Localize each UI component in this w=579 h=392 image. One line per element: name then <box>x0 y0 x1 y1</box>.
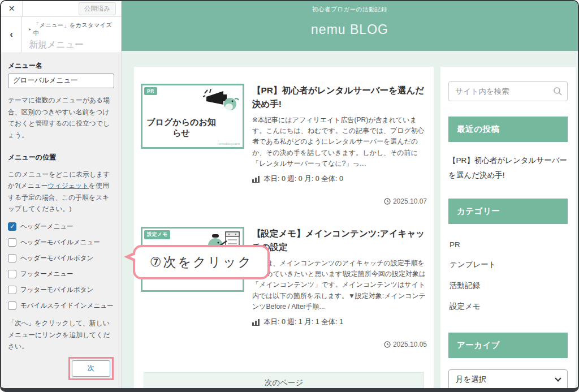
site-header: 初心者ブロガーの活動記録 nemu BLOG <box>122 1 578 51</box>
category-badge: 設定メモ <box>144 230 170 239</box>
chevron-down-icon <box>555 375 561 381</box>
panel-header: ‹ ▸ 「メニュー」をカスタマイズ中 新規メニュー <box>1 17 121 53</box>
menu-name-label: メニュー名 <box>8 61 114 71</box>
next-button-row: 次 <box>8 357 114 380</box>
recent-posts-heading: 最近の投稿 <box>448 117 568 142</box>
menu-name-help: テーマに複数のメニューがある場合、区別のつきやすい名前をつけておくと管理するのに… <box>8 94 114 141</box>
checkbox-icon[interactable] <box>8 270 16 278</box>
megaphone-illustration <box>203 88 240 114</box>
categories-heading: カテゴリー <box>448 199 568 224</box>
checkbox-checked-icon[interactable] <box>8 222 16 231</box>
panel-body: メニュー名 テーマに複数のメニューがある場合、区別のつきやすい名前をつけておくと… <box>1 53 121 388</box>
location-option-footer-mobile-button[interactable]: フッターモバイルボタン <box>8 286 114 294</box>
category-item-pr[interactable]: PR <box>448 235 568 255</box>
location-label: フッターメニュー <box>20 270 74 278</box>
bar-chart-icon <box>252 175 260 183</box>
close-icon: ✕ <box>8 4 15 13</box>
post-date-text: 2025.10.05 <box>393 341 427 348</box>
post-stats-text: 本日: 0 週: 0 月: 0 全体: 0 <box>263 174 343 184</box>
annotation-text: ⑦次をクリック <box>150 253 253 271</box>
next-help-text: 「次へ」をクリックして、新しいメニューにリンクを追加してください。 <box>8 317 114 352</box>
close-button[interactable]: ✕ <box>1 1 23 16</box>
search-icon[interactable] <box>553 87 562 96</box>
archive-select-value: 月を選択 <box>456 374 486 385</box>
location-label: ヘッダーモバイルメニュー <box>20 238 100 247</box>
customizer-sidebar: ✕ 公開済み ‹ ▸ 「メニュー」をカスタマイズ中 新規メニュー メニュー名 テ… <box>1 1 122 388</box>
archive-heading: アーカイブ <box>448 333 568 358</box>
menu-name-input[interactable] <box>8 74 114 88</box>
customizer-topbar: ✕ 公開済み <box>1 1 121 17</box>
clock-icon <box>384 198 391 205</box>
search-box <box>448 81 568 101</box>
location-option-header-mobile-button[interactable]: ヘッダーモバイルボタン <box>8 254 114 262</box>
thumbnail-watermark: nemublog.com <box>218 142 240 145</box>
post-stats: 本日: 0 週: 0 月: 0 全体: 0 <box>252 174 427 184</box>
post-stats-text: 本日: 0 週: 1 月: 1 全体: 1 <box>263 317 343 327</box>
checkbox-icon[interactable] <box>8 238 16 247</box>
published-button[interactable]: 公開済み <box>79 2 116 15</box>
bar-chart-icon <box>252 318 260 326</box>
location-label: ヘッダーメニュー <box>20 222 74 231</box>
breadcrumb: ▸ 「メニュー」をカスタマイズ中 <box>29 21 115 37</box>
post-title[interactable]: 【PR】初心者がレンタルサーバーを選んだ決め手! <box>252 84 427 111</box>
location-option-header-menu[interactable]: ヘッダーメニュー <box>8 222 114 231</box>
annotation-callout: ⑦次をクリック <box>133 245 270 279</box>
post-title[interactable]: 【設定メモ】メインコンテンツ:アイキャッチの設定 <box>252 227 427 254</box>
checkbox-icon[interactable] <box>8 286 16 294</box>
site-tagline: 初心者ブロガーの活動記録 <box>122 1 578 14</box>
menu-location-help: このメニューをどこに表示しますか?(メニューウィジェットを使用する予定の場合、こ… <box>8 169 114 216</box>
screenshot-window: ✕ 公開済み ‹ ▸ 「メニュー」をカスタマイズ中 新規メニュー メニュー名 テ… <box>0 0 579 392</box>
location-option-header-mobile-menu[interactable]: ヘッダーモバイルメニュー <box>8 238 114 247</box>
category-item-template[interactable]: テンプレート <box>448 255 568 275</box>
site-preview: 初心者ブロガーの活動記録 nemu BLOG PR <box>122 1 578 388</box>
post-stats: 本日: 0 週: 1 月: 1 全体: 1 <box>252 317 427 327</box>
annotation-highlight-box: 次 <box>68 357 114 380</box>
menu-location-label: メニューの位置 <box>8 153 114 162</box>
widget-link[interactable]: ウィジェット <box>48 182 89 189</box>
page-body: PR ブログからのお知らせ n <box>122 51 578 392</box>
post-card-1[interactable]: PR ブログからのお知らせ n <box>141 84 427 205</box>
menu-location-list: ヘッダーメニュー ヘッダーモバイルメニュー ヘッダーモバイルボタン フッターメニ… <box>8 222 114 310</box>
category-item-activity[interactable]: 活動記録 <box>448 275 568 296</box>
breadcrumb-text: 「メニュー」をカスタマイズ中 <box>33 21 115 37</box>
blog-sidebar: 最近の投稿 【PR】初心者がレンタルサーバーを選んだ決め手! カテゴリー PR … <box>440 67 576 392</box>
archive-month-select[interactable]: 月を選択 <box>448 369 568 390</box>
panel-title: 新規メニュー <box>29 39 115 51</box>
location-label: フッターモバイルボタン <box>20 286 93 294</box>
site-title[interactable]: nemu BLOG <box>122 22 578 37</box>
location-option-footer-menu[interactable]: フッターメニュー <box>8 270 114 278</box>
thumbnail-title: ブログからのお知らせ <box>142 117 220 139</box>
category-item-settings-memo[interactable]: 設定メモ <box>448 296 568 317</box>
search-input[interactable] <box>448 81 568 101</box>
back-button[interactable]: ‹ <box>1 17 22 53</box>
location-label: ヘッダーモバイルボタン <box>20 254 93 262</box>
post-date: 2025.10.05 <box>252 341 427 348</box>
breadcrumb-marker-icon: ▸ <box>29 27 31 32</box>
post-date-text: 2025.10.07 <box>393 197 427 205</box>
next-button[interactable]: 次 <box>72 360 111 377</box>
location-option-mobile-slidein-menu[interactable]: モバイルスライドインメニュー <box>8 301 114 310</box>
post-list: PR ブログからのお知らせ n <box>134 67 434 392</box>
category-badge: PR <box>144 87 157 95</box>
category-list: PR テンプレート 活動記録 設定メモ <box>448 235 568 317</box>
checkbox-icon[interactable] <box>8 254 16 262</box>
post-thumbnail[interactable]: PR ブログからのお知らせ n <box>141 84 244 149</box>
recent-post-link[interactable]: 【PR】初心者がレンタルサーバーを選んだ決め手! <box>448 153 568 183</box>
clock-icon <box>384 341 391 348</box>
checkbox-icon[interactable] <box>8 301 16 310</box>
back-chevron-icon: ‹ <box>10 29 13 40</box>
location-label: モバイルスライドインメニュー <box>20 301 114 310</box>
post-date: 2025.10.07 <box>252 197 427 205</box>
post-excerpt: ※本記事にはアフィリエイト広告(PR)が含まれています。こんにちは、ねむです。こ… <box>252 115 427 169</box>
next-page-button[interactable]: 次のページ <box>144 372 424 392</box>
post-excerpt: 今回は、メインコンテンツのアイキャッチの設定手順をまとめていきたいと思います!設… <box>252 258 427 312</box>
